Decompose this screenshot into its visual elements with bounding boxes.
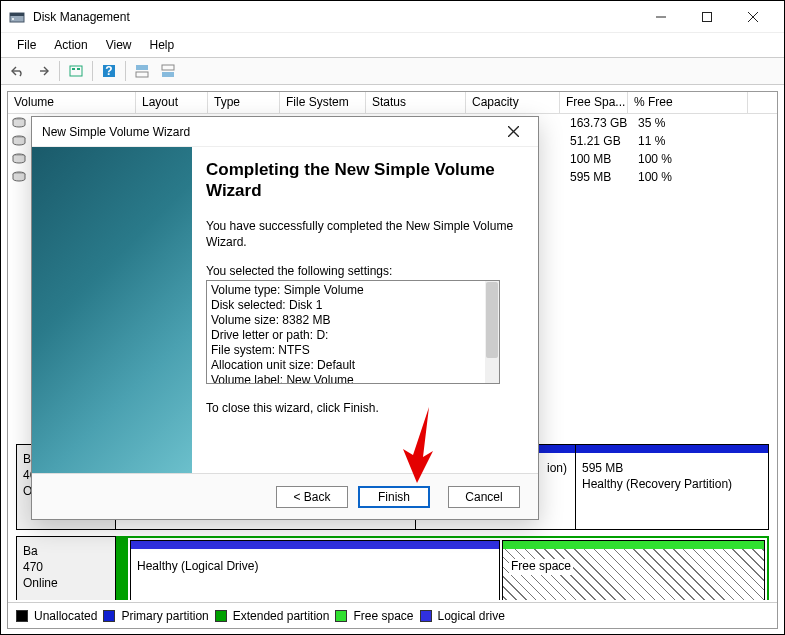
toolbar-separator (59, 61, 60, 81)
disk-row-1: Ba 470 Online Healthy (Logical Drive) Fr… (16, 536, 769, 600)
window-title: Disk Management (33, 10, 638, 24)
volume-icon (12, 117, 26, 129)
toolbar-separator (92, 61, 93, 81)
wizard-dialog: New Simple Volume Wizard Completing the … (31, 116, 539, 520)
legend-logical: Logical drive (438, 609, 505, 623)
menu-action[interactable]: Action (46, 36, 95, 54)
swatch-primary (103, 610, 115, 622)
svg-rect-13 (136, 72, 148, 77)
toolbar-separator (125, 61, 126, 81)
wizard-title: New Simple Volume Wizard (42, 125, 498, 139)
legend-unallocated: Unallocated (34, 609, 97, 623)
partition-status: Healthy (Logical Drive) (137, 559, 493, 575)
setting-line: Volume type: Simple Volume (211, 283, 495, 298)
partition-recovery[interactable]: 595 MB Healthy (Recovery Partition) (576, 444, 769, 530)
swatch-logical (420, 610, 432, 622)
col-free[interactable]: Free Spa... (560, 92, 628, 113)
volume-icon (12, 153, 26, 165)
logical-bar (131, 541, 499, 549)
cell-pct: 35 % (632, 115, 752, 131)
col-type[interactable]: Type (208, 92, 280, 113)
volume-icon (12, 171, 26, 183)
toolbar: ? (1, 57, 784, 85)
col-status[interactable]: Status (366, 92, 466, 113)
wizard-banner (32, 147, 192, 473)
legend-free: Free space (353, 609, 413, 623)
finish-button[interactable]: Finish (358, 486, 430, 508)
wizard-close-button[interactable] (498, 120, 528, 144)
view-top-icon[interactable] (130, 60, 154, 82)
cancel-button[interactable]: Cancel (448, 486, 520, 508)
wizard-main: Completing the New Simple Volume Wizard … (192, 147, 538, 473)
close-button[interactable] (730, 2, 776, 32)
col-layout[interactable]: Layout (136, 92, 208, 113)
svg-rect-9 (77, 68, 80, 70)
setting-line: Drive letter or path: D: (211, 328, 495, 343)
swatch-free (335, 610, 347, 622)
minimize-button[interactable] (638, 2, 684, 32)
wizard-titlebar[interactable]: New Simple Volume Wizard (32, 117, 538, 147)
swatch-extended (215, 610, 227, 622)
setting-line: Volume size: 8382 MB (211, 313, 495, 328)
cell-free: 100 MB (564, 151, 632, 167)
partition-status: Healthy (Recovery Partition) (582, 477, 762, 493)
setting-line: Volume label: New Volume (211, 373, 495, 384)
legend-primary: Primary partition (121, 609, 208, 623)
svg-rect-1 (10, 13, 24, 16)
refresh-icon[interactable] (64, 60, 88, 82)
col-fs[interactable]: File System (280, 92, 366, 113)
view-bottom-icon[interactable] (156, 60, 180, 82)
col-capacity[interactable]: Capacity (466, 92, 560, 113)
app-icon (9, 9, 25, 25)
svg-rect-8 (72, 68, 75, 70)
window-titlebar: Disk Management (1, 1, 784, 33)
col-volume[interactable]: Volume (8, 92, 136, 113)
wizard-settings-box[interactable]: Volume type: Simple Volume Disk selected… (206, 280, 500, 384)
help-icon[interactable]: ? (97, 60, 121, 82)
volume-list-header: Volume Layout Type File System Status Ca… (8, 92, 777, 114)
cell-free: 595 MB (564, 169, 632, 185)
wizard-heading: Completing the New Simple Volume Wizard (206, 159, 522, 202)
menu-file[interactable]: File (9, 36, 44, 54)
forward-icon[interactable] (31, 60, 55, 82)
free-bar (503, 541, 764, 549)
svg-rect-15 (162, 72, 174, 77)
back-button[interactable]: < Back (276, 486, 348, 508)
partition-logical[interactable]: Healthy (Logical Drive) (130, 540, 500, 600)
extended-partition-container: Healthy (Logical Drive) Free space (116, 536, 769, 600)
cell-pct: 100 % (632, 169, 752, 185)
cell-pct: 11 % (632, 133, 752, 149)
setting-line: Allocation unit size: Default (211, 358, 495, 373)
volume-icon (12, 135, 26, 147)
wizard-success-text: You have successfully completed the New … (206, 218, 522, 250)
maximize-button[interactable] (684, 2, 730, 32)
svg-rect-12 (136, 65, 148, 70)
svg-rect-14 (162, 65, 174, 70)
menu-bar: File Action View Help (1, 33, 784, 57)
back-icon[interactable] (5, 60, 29, 82)
scrollbar[interactable] (485, 281, 499, 383)
disk-type: Ba (23, 543, 109, 559)
disk-label-1[interactable]: Ba 470 Online (16, 536, 116, 600)
cell-pct: 100 % (632, 151, 752, 167)
primary-bar (576, 445, 768, 453)
wizard-settings-label: You selected the following settings: (206, 264, 522, 278)
setting-line: File system: NTFS (211, 343, 495, 358)
col-pct[interactable]: % Free (628, 92, 748, 113)
menu-view[interactable]: View (98, 36, 140, 54)
partition-size: 595 MB (582, 461, 762, 477)
wizard-close-hint: To close this wizard, click Finish. (206, 400, 522, 416)
partition-freespace[interactable]: Free space (502, 540, 765, 600)
disk-status: Online (23, 575, 109, 591)
menu-help[interactable]: Help (142, 36, 183, 54)
svg-text:?: ? (105, 64, 112, 78)
cell-free: 163.73 GB (564, 115, 632, 131)
wizard-footer: < Back Finish Cancel (32, 473, 538, 519)
cell-free: 51.21 GB (564, 133, 632, 149)
scrollbar-thumb[interactable] (486, 282, 498, 358)
svg-rect-7 (70, 66, 82, 76)
disk-size: 470 (23, 559, 109, 575)
swatch-unallocated (16, 610, 28, 622)
svg-rect-4 (703, 12, 712, 21)
legend-extended: Extended partition (233, 609, 330, 623)
